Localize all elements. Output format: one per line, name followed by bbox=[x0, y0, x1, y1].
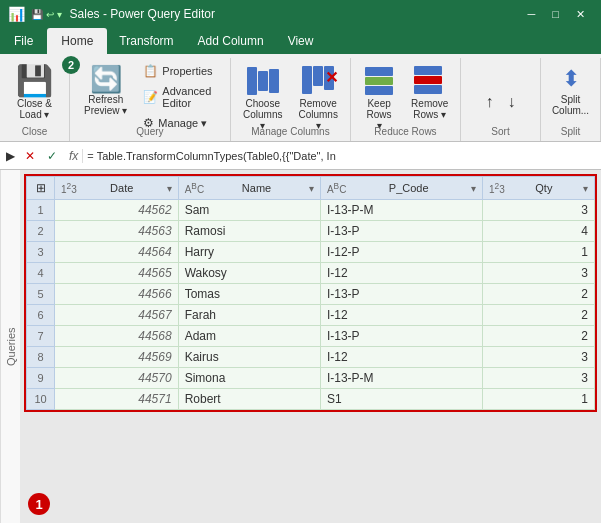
maximize-btn[interactable]: □ bbox=[544, 6, 567, 23]
keep-rows-button[interactable]: Keep Rows ▾ bbox=[357, 62, 401, 135]
confirm-formula-icon[interactable]: ✓ bbox=[43, 147, 61, 165]
cell-row-num: 3 bbox=[27, 242, 55, 263]
cell-pcode: I-13-P bbox=[320, 221, 482, 242]
annotation-1: 1 bbox=[28, 493, 50, 515]
cell-qty: 1 bbox=[482, 242, 594, 263]
ribbon-group-split: ⬍ Split Colum... Split bbox=[541, 58, 601, 141]
cell-qty: 2 bbox=[482, 326, 594, 347]
cell-row-num: 4 bbox=[27, 263, 55, 284]
ribbon-group-reduce-rows: Keep Rows ▾ Remove Rows ▾ bbox=[351, 58, 461, 141]
table-header-name[interactable]: ABC Name ▾ bbox=[178, 177, 320, 200]
cell-pcode: I-13-P-M bbox=[320, 200, 482, 221]
cell-date: 44568 bbox=[55, 326, 179, 347]
main-content: Queries ⊞ 123 Date bbox=[0, 170, 601, 523]
ribbon-group-manage-columns-label: Manage Columns bbox=[231, 126, 350, 137]
cell-name: Wakosy bbox=[178, 263, 320, 284]
cell-date: 44571 bbox=[55, 389, 179, 410]
cell-pcode: I-13-P bbox=[320, 326, 482, 347]
cell-date: 44563 bbox=[55, 221, 179, 242]
remove-columns-icon: ✕ bbox=[302, 66, 334, 96]
cell-row-num: 1 bbox=[27, 200, 55, 221]
close-load-button[interactable]: 💾 Close & Load ▾ bbox=[10, 62, 59, 124]
split-column-icon: ⬍ bbox=[562, 66, 580, 92]
cancel-formula-icon[interactable]: ✕ bbox=[21, 147, 39, 165]
cell-pcode: I-13-P bbox=[320, 284, 482, 305]
sort-desc-button[interactable]: ↓ bbox=[502, 91, 522, 113]
table-header-pcode[interactable]: ABC P_Code ▾ bbox=[320, 177, 482, 200]
quick-access: 💾 ↩ ▾ bbox=[31, 9, 62, 20]
ribbon-group-sort-label: Sort bbox=[461, 126, 540, 137]
table-row: 6 44567 Farah I-12 2 bbox=[27, 305, 595, 326]
tab-transform[interactable]: Transform bbox=[107, 28, 185, 54]
window-title: Sales - Power Query Editor bbox=[70, 7, 215, 21]
app-icon: 📊 bbox=[8, 6, 25, 22]
tab-view[interactable]: View bbox=[276, 28, 326, 54]
choose-columns-icon bbox=[247, 66, 279, 96]
table-header-qty[interactable]: 123 Qty ▾ bbox=[482, 177, 594, 200]
ribbon-group-manage-columns: Choose Columns ▾ ✕ Remove bbox=[231, 58, 351, 141]
cell-pcode: I-12-P bbox=[320, 242, 482, 263]
cell-row-num: 2 bbox=[27, 221, 55, 242]
minimize-btn[interactable]: ─ bbox=[520, 6, 544, 23]
remove-rows-icon bbox=[414, 66, 446, 96]
cell-pcode: I-12 bbox=[320, 347, 482, 368]
cell-name: Adam bbox=[178, 326, 320, 347]
cell-name: Ramosi bbox=[178, 221, 320, 242]
queries-sidebar[interactable]: Queries bbox=[0, 170, 20, 523]
cell-name: Tomas bbox=[178, 284, 320, 305]
tab-home[interactable]: Home bbox=[47, 28, 107, 54]
close-load-icon: 💾 bbox=[16, 66, 53, 96]
cell-name: Sam bbox=[178, 200, 320, 221]
keep-rows-icon bbox=[363, 66, 395, 96]
expand-arrow[interactable]: ▶ bbox=[4, 147, 17, 165]
properties-button[interactable]: 📋 Properties bbox=[137, 62, 222, 80]
cell-qty: 4 bbox=[482, 221, 594, 242]
sort-asc-button[interactable]: ↑ bbox=[480, 91, 500, 113]
annotation-badge-2: 2 bbox=[62, 56, 80, 74]
ribbon: 💾 Close & Load ▾ Close 🔄 Refresh Preview… bbox=[0, 54, 601, 142]
remove-columns-button[interactable]: ✕ Remove Columns ▾ bbox=[292, 62, 343, 135]
close-btn[interactable]: ✕ bbox=[568, 6, 593, 23]
table-row: 4 44565 Wakosy I-12 3 bbox=[27, 263, 595, 284]
cell-qty: 2 bbox=[482, 284, 594, 305]
table-row: 8 44569 Kairus I-12 3 bbox=[27, 347, 595, 368]
advanced-editor-button[interactable]: 📝 Advanced Editor bbox=[137, 83, 222, 111]
formula-text[interactable]: = Table.TransformColumnTypes(Table0,{{"D… bbox=[87, 150, 597, 162]
split-column-button[interactable]: ⬍ Split Colum... bbox=[546, 62, 595, 120]
table-header-date[interactable]: 123 Date ▾ bbox=[55, 177, 179, 200]
cell-name: Farah bbox=[178, 305, 320, 326]
tab-add-column[interactable]: Add Column bbox=[186, 28, 276, 54]
remove-rows-button[interactable]: Remove Rows ▾ bbox=[405, 62, 454, 124]
cell-date: 44569 bbox=[55, 347, 179, 368]
cell-date: 44566 bbox=[55, 284, 179, 305]
cell-name: Kairus bbox=[178, 347, 320, 368]
refresh-preview-button[interactable]: 🔄 Refresh Preview ▾ bbox=[78, 62, 133, 120]
table-row: 1 44562 Sam I-13-P-M 3 bbox=[27, 200, 595, 221]
cell-pcode: I-13-P-M bbox=[320, 368, 482, 389]
table-header-row-num: ⊞ bbox=[27, 177, 55, 200]
table-row: 9 44570 Simona I-13-P-M 3 bbox=[27, 368, 595, 389]
cell-row-num: 10 bbox=[27, 389, 55, 410]
cell-qty: 3 bbox=[482, 368, 594, 389]
title-bar: 📊 💾 ↩ ▾ Sales - Power Query Editor ─ □ ✕ bbox=[0, 0, 601, 28]
fx-label: fx bbox=[65, 149, 83, 163]
ribbon-group-sort: ↑ ↓ Sort bbox=[461, 58, 541, 141]
cell-name: Simona bbox=[178, 368, 320, 389]
cell-row-num: 8 bbox=[27, 347, 55, 368]
tab-file[interactable]: File bbox=[0, 28, 47, 54]
choose-columns-button[interactable]: Choose Columns ▾ bbox=[237, 62, 288, 135]
ribbon-group-reduce-rows-label: Reduce Rows bbox=[351, 126, 460, 137]
properties-icon: 📋 bbox=[143, 64, 158, 78]
data-table: ⊞ 123 Date ▾ ABC bbox=[26, 176, 595, 410]
cell-name: Robert bbox=[178, 389, 320, 410]
table-row: 7 44568 Adam I-13-P 2 bbox=[27, 326, 595, 347]
cell-qty: 2 bbox=[482, 305, 594, 326]
cell-date: 44565 bbox=[55, 263, 179, 284]
refresh-icon: 🔄 bbox=[90, 66, 122, 92]
table-row: 10 44571 Robert S1 1 bbox=[27, 389, 595, 410]
cell-qty: 3 bbox=[482, 263, 594, 284]
ribbon-group-close-label: Close bbox=[0, 126, 69, 137]
data-table-container: ⊞ 123 Date ▾ ABC bbox=[24, 174, 597, 412]
cell-qty: 1 bbox=[482, 389, 594, 410]
cell-qty: 3 bbox=[482, 200, 594, 221]
